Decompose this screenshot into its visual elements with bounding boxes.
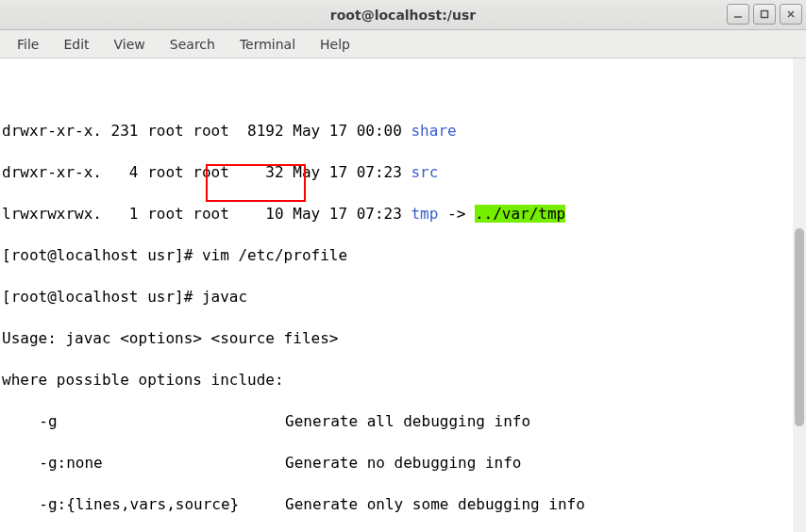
opt-flag: -g:{lines,vars,source} (2, 494, 285, 515)
command-javac: javac (202, 288, 247, 306)
prompt-line-javac: [root@localhost usr]# javac (2, 287, 804, 308)
ls-row-share: drwxr-xr-x. 231 root root 8192 May 17 00… (2, 121, 804, 141)
where-line: where possible options include: (2, 370, 804, 391)
prompt-line-vim: [root@localhost usr]# vim /etc/profile (2, 245, 804, 266)
minimize-icon (733, 9, 743, 19)
ls-dir-share: share (411, 122, 456, 140)
scrollbar-track[interactable] (793, 58, 806, 532)
ls-arrow: -> (438, 205, 475, 223)
prompt-prefix: [root@localhost usr]# (2, 288, 202, 306)
opt-desc: Generate only some debugging info (285, 494, 804, 515)
minimize-button[interactable] (727, 4, 749, 25)
scrollbar-thumb[interactable] (795, 228, 804, 426)
menu-help[interactable]: Help (309, 33, 361, 56)
menu-edit[interactable]: Edit (52, 33, 100, 56)
menu-search[interactable]: Search (159, 33, 227, 56)
window-titlebar: root@localhost:/usr (0, 0, 806, 30)
terminal-area[interactable]: drwxr-xr-x. 231 root root 8192 May 17 00… (0, 58, 806, 532)
maximize-icon (760, 9, 769, 19)
ls-symlink-tmp: tmp (411, 205, 438, 223)
window-controls (727, 4, 802, 25)
terminal-content: drwxr-xr-x. 231 root root 8192 May 17 00… (2, 100, 804, 532)
close-button[interactable] (780, 4, 802, 25)
ls-row-tmp: lrwxrwxrwx. 1 root root 10 May 17 07:23 … (2, 204, 804, 224)
opt-g-lvs: -g:{lines,vars,source}Generate only some… (2, 494, 804, 515)
opt-desc: Generate all debugging info (285, 411, 804, 432)
menu-file[interactable]: File (6, 33, 50, 56)
ls-perms: drwxr-xr-x. 231 root root 8192 May 17 00… (2, 122, 411, 140)
window-title: root@localhost:/usr (330, 8, 476, 23)
menu-view[interactable]: View (103, 33, 157, 56)
menu-bar: File Edit View Search Terminal Help (0, 30, 806, 58)
ls-perms: lrwxrwxrwx. 1 root root 10 May 17 07:23 (2, 205, 411, 223)
ls-symlink-target: ../var/tmp (475, 205, 565, 223)
opt-flag: -g (2, 411, 285, 432)
maximize-button[interactable] (753, 4, 776, 25)
ls-dir-src: src (411, 163, 438, 181)
svg-rect-1 (762, 11, 768, 18)
opt-desc: Generate no debugging info (285, 453, 804, 474)
opt-g: -gGenerate all debugging info (2, 411, 804, 432)
opt-g-none: -g:noneGenerate no debugging info (2, 453, 804, 474)
ls-perms: drwxr-xr-x. 4 root root 32 May 17 07:23 (2, 163, 411, 181)
menu-terminal[interactable]: Terminal (228, 33, 307, 56)
usage-line: Usage: javac <options> <source files> (2, 328, 804, 349)
close-icon (786, 9, 796, 19)
opt-flag: -g:none (2, 453, 285, 474)
ls-row-src: drwxr-xr-x. 4 root root 32 May 17 07:23 … (2, 162, 804, 183)
